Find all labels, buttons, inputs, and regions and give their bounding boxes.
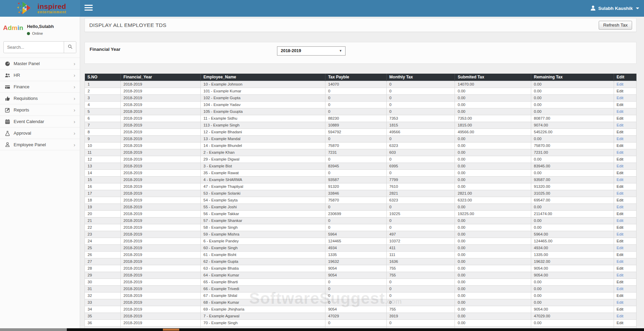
refresh-tax-button[interactable]: Refresh Tax [599, 21, 632, 30]
edit-link[interactable]: Edit [617, 253, 624, 257]
table-row: 302018-201965 - Example Bharti000.000.00… [85, 279, 637, 285]
search-input[interactable] [4, 42, 64, 53]
table-cell: 0.00 [531, 279, 614, 285]
user-menu[interactable]: Sulabh Kaushik [590, 0, 639, 17]
table-cell: 9 [85, 135, 121, 142]
table-cell-edit: Edit [614, 197, 636, 204]
sidebar-item-reports[interactable]: Reports› [0, 104, 80, 116]
table-cell: 1636 [386, 258, 455, 265]
edit-link[interactable]: Edit [617, 171, 624, 175]
table-cell: 19 [85, 204, 121, 210]
edit-link[interactable]: Edit [617, 123, 624, 127]
table-cell: 93587 [325, 176, 386, 183]
edit-link[interactable]: Edit [617, 89, 624, 93]
edit-link[interactable]: Edit [617, 157, 624, 161]
edit-link[interactable]: Edit [617, 321, 624, 325]
table-cell: 19632.00 [531, 258, 614, 265]
table-cell: 4934.00 [531, 244, 614, 251]
sidebar-item-event-calendar[interactable]: Event Calendar› [0, 116, 80, 127]
table-cell: 83945 [325, 163, 386, 169]
table-cell: 70 - Example Singh [200, 319, 325, 326]
table-cell: 61 - Example Bisht [200, 251, 325, 258]
table-row: 202018-201956 - Example Takkar2306991922… [85, 210, 637, 217]
edit-link[interactable]: Edit [617, 205, 624, 209]
edit-link[interactable]: Edit [617, 82, 624, 86]
edit-link[interactable]: Edit [617, 130, 624, 134]
edit-link[interactable]: Edit [617, 287, 624, 291]
app-window: inspired entertainment Sulabh Kaushik Ad… [0, 0, 644, 331]
table-cell: 58 - Example Singh [200, 224, 325, 231]
table-cell: 9054 [325, 272, 386, 279]
table-cell: 0.00 [455, 231, 531, 238]
edit-link[interactable]: Edit [617, 103, 624, 107]
edit-link[interactable]: Edit [617, 137, 624, 141]
edit-link[interactable]: Edit [617, 266, 624, 270]
table-row: 362018-201970 - Example Singh000.000.00E… [85, 319, 637, 326]
edit-link[interactable]: Edit [617, 96, 624, 100]
financial-year-label: Financial Year [90, 47, 121, 52]
edit-link[interactable]: Edit [617, 212, 624, 216]
edit-link[interactable]: Edit [617, 116, 624, 120]
table-cell: 0 [325, 88, 386, 94]
edit-link[interactable]: Edit [617, 307, 624, 311]
table-cell: 4 [85, 101, 121, 108]
edit-link[interactable]: Edit [617, 314, 624, 318]
table-cell: 2018-2019 [121, 231, 201, 238]
table-cell-edit: Edit [614, 319, 636, 326]
table-cell: 65 - Example Bharti [200, 279, 325, 285]
table-cell: 0 [325, 285, 386, 292]
edit-link[interactable]: Edit [617, 150, 624, 154]
table-cell: 75870 [325, 197, 386, 204]
table-cell: 0.00 [455, 156, 531, 163]
caret-down-icon [636, 7, 639, 9]
edit-link[interactable]: Edit [617, 239, 624, 243]
table-cell: 0.00 [531, 169, 614, 176]
edit-link[interactable]: Edit [617, 232, 624, 236]
table-cell-edit: Edit [614, 224, 636, 231]
edit-link[interactable]: Edit [617, 280, 624, 284]
table-cell: 0.00 [455, 149, 531, 156]
sidebar-item-hr[interactable]: HR› [0, 69, 80, 81]
edit-link[interactable]: Edit [617, 178, 624, 182]
chevron-right-icon: › [74, 119, 75, 124]
edit-link[interactable]: Edit [617, 294, 624, 298]
sidebar-item-approval[interactable]: Approval› [0, 127, 80, 139]
sidebar-item-finance[interactable]: Finance› [0, 81, 80, 92]
table-cell: 10372 [386, 238, 455, 244]
table-cell: 0 [386, 217, 455, 224]
table-cell: 56 - Example Takkar [200, 210, 325, 217]
sidebar-item-master-panel[interactable]: Master Panel› [0, 58, 80, 69]
edit-link[interactable]: Edit [617, 259, 624, 264]
sidebar-item-requisitions[interactable]: Requisitions› [0, 92, 80, 104]
edit-link[interactable]: Edit [617, 225, 624, 229]
edit-link[interactable]: Edit [617, 246, 624, 250]
table-cell: 1 [85, 81, 121, 88]
table-cell: 0.00 [531, 319, 614, 326]
menu-toggle-button[interactable] [85, 5, 93, 12]
table-cell: 21 [85, 217, 121, 224]
chevron-right-icon: › [74, 96, 75, 101]
column-header-financial-year: Financial_Year [121, 74, 201, 81]
admin-logo: Admin [3, 24, 23, 35]
table-cell: 63 - Example Bhatia [200, 265, 325, 272]
table-cell: 2018-2019 [121, 115, 201, 122]
search-button[interactable] [64, 42, 76, 53]
financial-year-select[interactable]: 2018-2019 ▼ [277, 46, 346, 56]
edit-link[interactable]: Edit [617, 191, 624, 195]
edit-link[interactable]: Edit [617, 144, 624, 148]
table-cell: 2018-2019 [121, 313, 201, 319]
edit-link[interactable]: Edit [617, 164, 624, 168]
table-cell: 75870.00 [531, 142, 614, 149]
sidebar-item-label: HR [14, 73, 74, 78]
edit-link[interactable]: Edit [617, 109, 624, 114]
edit-link[interactable]: Edit [617, 219, 624, 223]
edit-link[interactable]: Edit [617, 300, 624, 304]
edit-link[interactable]: Edit [617, 184, 624, 189]
table-cell: 2018-2019 [121, 108, 201, 115]
edit-link[interactable]: Edit [617, 273, 624, 277]
table-cell: 2 - Example Khan [200, 149, 325, 156]
table-cell: 30 [85, 279, 121, 285]
sidebar-item-employee-panel[interactable]: Employee Panel› [0, 139, 80, 150]
table-cell: 101 - Example Kumar [200, 88, 325, 94]
edit-link[interactable]: Edit [617, 198, 624, 202]
